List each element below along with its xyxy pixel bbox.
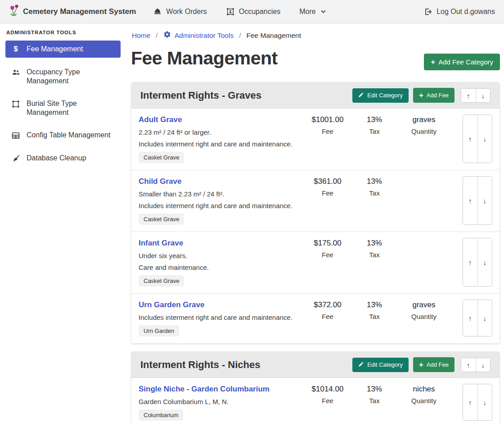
quantity-label: Quantity [397, 313, 451, 320]
dollar-icon: $ [11, 45, 21, 54]
plot-frame-icon [11, 100, 21, 109]
sidebar-item-database-cleanup[interactable]: Database Cleanup [5, 150, 121, 167]
nav-item-occupancies[interactable]: Occupancies [226, 7, 281, 16]
fee-name-link[interactable]: Urn Garden Grave [139, 300, 204, 309]
sidebar-item-occupancy-type-management[interactable]: Occupancy Type Management [5, 64, 121, 89]
tax-amount: 13% [352, 300, 397, 309]
tax-amount: 13% [352, 177, 397, 186]
breadcrumb-admin-tools-label: Administrator Tools [175, 32, 234, 40]
brand: Cemetery Management System [9, 5, 136, 18]
hard-hat-icon [153, 7, 162, 16]
move-fee-down-button[interactable]: ↓ [477, 238, 492, 286]
plus-icon: + [419, 361, 423, 368]
fee-description: 2.23 m² / 24 ft² or larger. [139, 128, 303, 136]
fee-row: Adult Grave 2.23 m² / 24 ft² or larger.I… [131, 109, 500, 170]
category-header: Interment Rights - Graves Edit Category … [131, 82, 500, 109]
add-fee-button[interactable]: + Add Fee [413, 88, 454, 103]
tax-amount-label: Tax [352, 397, 397, 405]
breadcrumb-home-link[interactable]: Home [132, 32, 150, 40]
move-fee-down-button[interactable]: ↓ [477, 115, 492, 163]
move-fee-up-button[interactable]: ↑ [463, 300, 477, 336]
edit-category-button[interactable]: Edit Category [352, 358, 409, 372]
fee-description: Garden Columbarium L, M, N. [139, 398, 303, 405]
quantity-value: graves [397, 300, 451, 309]
log-out-icon [423, 7, 432, 16]
category-reorder-controls: ↑ ↓ [461, 358, 490, 372]
fee-descriptions: Garden Columbarium L, M, N. [139, 398, 303, 405]
top-navbar: Cemetery Management System Work Orders [0, 0, 504, 23]
tax-column: 13% Tax [352, 384, 397, 421]
tax-amount-label: Tax [352, 127, 397, 135]
sidebar-item-config-table-management[interactable]: Config Table Management [5, 127, 121, 144]
fee-amount-column: $1014.00 Fee [303, 384, 352, 421]
fee-name-link[interactable]: Infant Grave [139, 239, 183, 248]
fee-tag: Columbarium [139, 409, 183, 421]
category-reorder-controls: ↑ ↓ [461, 88, 490, 103]
add-fee-category-label: Add Fee Category [438, 58, 493, 66]
breadcrumb-separator: / [239, 32, 241, 40]
nav-item-label: More [299, 8, 315, 16]
quantity-value: graves [397, 115, 451, 124]
breadcrumb-separator: / [156, 32, 158, 40]
logout-button[interactable]: Log Out d.gowans [423, 7, 495, 16]
fee-name-link[interactable]: Adult Grave [139, 115, 182, 124]
fee-category-card: Interment Rights - Graves Edit Category … [131, 82, 500, 344]
fee-amount-column: $361.00 Fee [303, 176, 352, 225]
fee-tag: Casket Grave [139, 275, 184, 287]
move-fee-up-button[interactable]: ↑ [463, 115, 477, 163]
quantity-value: niches [397, 385, 451, 394]
move-fee-down-button[interactable]: ↓ [477, 177, 492, 224]
move-fee-up-button[interactable]: ↑ [463, 238, 477, 286]
quantity-label: Quantity [397, 127, 451, 135]
move-category-down-button[interactable]: ↓ [476, 89, 490, 102]
fee-amount-label: Fee [303, 251, 352, 259]
fee-row: Urn Garden Grave Includes interment righ… [131, 294, 500, 343]
arrow-up-icon: ↑ [468, 314, 472, 322]
sidebar-item-burial-site-type-management[interactable]: Burial Site Type Management [5, 96, 121, 121]
add-fee-button[interactable]: + Add Fee [413, 357, 454, 372]
move-fee-down-button[interactable]: ↓ [477, 384, 492, 420]
fee-amount-column: $1001.00 Fee [303, 114, 352, 163]
arrow-up-icon: ↑ [468, 135, 472, 143]
arrow-up-icon: ↑ [468, 259, 472, 266]
add-fee-label: Add Fee [427, 92, 449, 99]
fee-amount-column: $372.00 Fee [303, 300, 352, 337]
breadcrumb-admin-tools-link[interactable]: Administrator Tools [163, 31, 234, 40]
arrow-down-icon: ↓ [483, 135, 487, 143]
move-category-up-button[interactable]: ↑ [461, 89, 476, 102]
move-fee-up-button[interactable]: ↑ [463, 177, 477, 224]
nav-items: Work Orders Occupancies More [153, 7, 326, 16]
tax-amount: 13% [352, 115, 397, 124]
move-fee-down-button[interactable]: ↓ [477, 300, 492, 336]
move-fee-up-button[interactable]: ↑ [463, 384, 477, 420]
category-title: Interment Rights - Niches [140, 359, 348, 371]
fee-name-link[interactable]: Single Niche - Garden Columbarium [139, 385, 270, 394]
fee-tag: Urn Garden [139, 325, 179, 337]
nav-item-label: Work Orders [166, 8, 207, 16]
nav-item-label: Occupancies [239, 8, 281, 16]
add-fee-category-button[interactable]: + Add Fee Category [424, 54, 500, 70]
category-title: Interment Rights - Graves [140, 90, 348, 101]
nav-item-work-orders[interactable]: Work Orders [153, 7, 207, 16]
nav-item-more[interactable]: More [299, 8, 326, 16]
arrow-down-icon: ↓ [483, 259, 487, 266]
table-grid-icon [11, 131, 21, 140]
fee-amount: $372.00 [303, 300, 352, 309]
sidebar-item-fee-management[interactable]: $ Fee Management [5, 41, 121, 58]
tulip-logo-icon [9, 5, 19, 18]
quantity-label: Quantity [397, 397, 451, 405]
fee-amount: $175.00 [303, 239, 352, 248]
arrow-up-icon: ↑ [468, 197, 472, 205]
chevron-down-icon [320, 8, 327, 15]
fee-name-link[interactable]: Child Grave [139, 177, 181, 186]
fee-tag: Casket Grave [139, 152, 184, 163]
edit-category-button[interactable]: Edit Category [352, 88, 409, 103]
arrow-down-icon: ↓ [483, 197, 487, 205]
move-category-up-button[interactable]: ↑ [461, 358, 476, 372]
fee-reorder-controls: ↑ ↓ [463, 238, 492, 287]
move-category-down-button[interactable]: ↓ [476, 358, 490, 372]
fee-description: Care and maintenance. [139, 264, 303, 271]
fee-reorder-controls: ↑ ↓ [463, 384, 492, 421]
arrow-up-icon: ↑ [467, 361, 470, 369]
fee-details: Urn Garden Grave Includes interment righ… [139, 300, 303, 337]
